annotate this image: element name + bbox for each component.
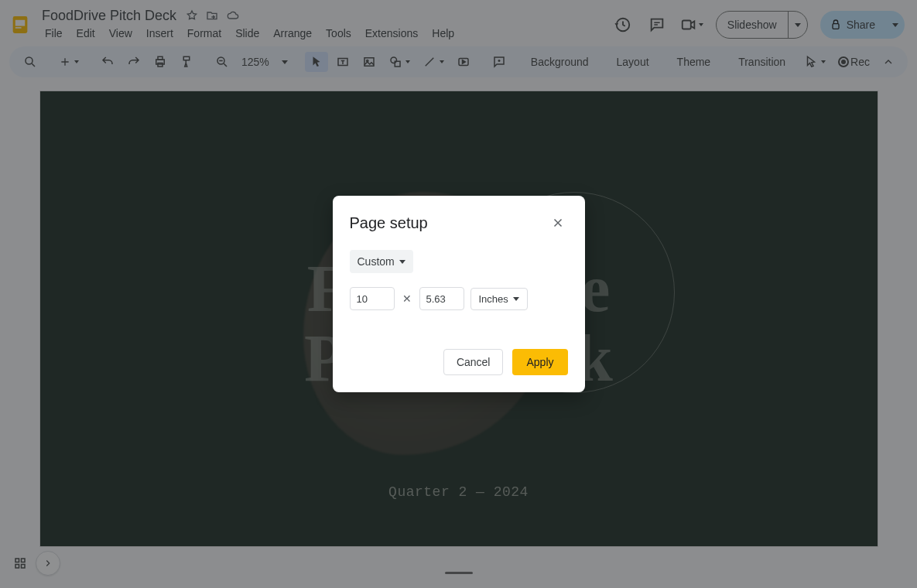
modal-overlay: Page setup Custom ✕ Inches Cancel Apply xyxy=(0,0,917,588)
chevron-down-icon xyxy=(513,297,519,301)
dialog-title: Page setup xyxy=(350,214,428,232)
page-width-input[interactable] xyxy=(350,287,395,310)
page-setup-dialog: Page setup Custom ✕ Inches Cancel Apply xyxy=(333,196,585,392)
page-unit-select[interactable]: Inches xyxy=(470,288,528,310)
page-preset-label: Custom xyxy=(358,255,395,268)
dialog-close-button[interactable] xyxy=(548,213,568,233)
page-preset-select[interactable]: Custom xyxy=(350,250,413,273)
chevron-down-icon xyxy=(399,260,405,264)
cancel-button[interactable]: Cancel xyxy=(443,349,504,375)
apply-button[interactable]: Apply xyxy=(512,349,567,375)
page-unit-label: Inches xyxy=(479,293,508,305)
times-icon: ✕ xyxy=(401,292,413,305)
page-height-input[interactable] xyxy=(419,287,464,310)
